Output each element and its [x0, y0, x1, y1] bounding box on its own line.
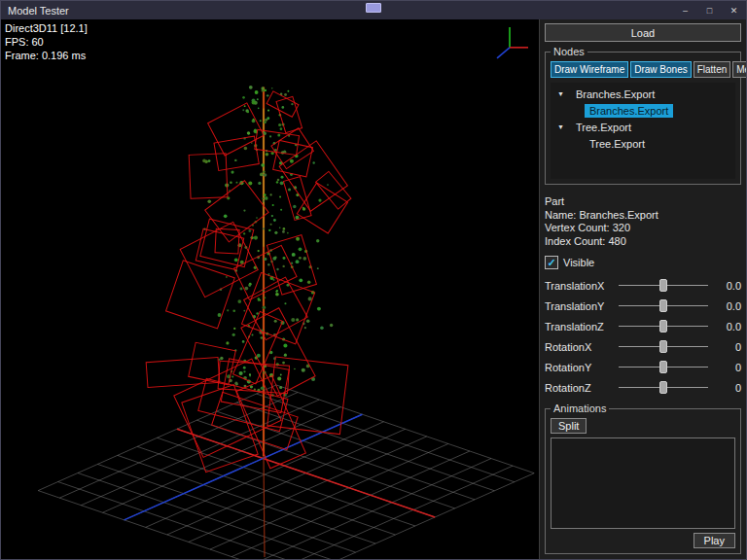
translation-z-label: TranslationZ — [545, 321, 613, 332]
rotation-y-slider[interactable] — [619, 361, 708, 373]
rotation-x-value: 0 — [714, 341, 741, 353]
nodes-toolbar: Draw Wireframe Draw Bones Flatten Merge — [551, 61, 735, 78]
visible-checkbox-label: Visible — [563, 257, 594, 268]
main-area: Direct3D11 [12.1] FPS: 60 Frame: 0.196 m… — [1, 19, 746, 559]
model-tester-window: Model Tester – □ ✕ Direct3D11 [12.1] FPS… — [0, 0, 747, 560]
chevron-down-icon[interactable]: ▼ — [557, 123, 567, 130]
split-button[interactable]: Split — [551, 418, 587, 434]
tree-node-label[interactable]: Branches.Export — [571, 88, 659, 101]
render-stats: Direct3D11 [12.1] FPS: 60 Frame: 0.196 m… — [5, 21, 88, 62]
rotation-z-slider[interactable] — [619, 381, 708, 394]
window-title: Model Tester — [1, 5, 69, 17]
visible-checkbox[interactable]: ✓ — [545, 256, 558, 269]
slider-thumb[interactable] — [659, 279, 667, 292]
rotation-x-slider[interactable] — [619, 340, 708, 353]
3d-scene-render — [1, 19, 539, 559]
titlebar-buttons: – □ ✕ — [673, 1, 746, 19]
slider-thumb[interactable] — [659, 381, 667, 394]
translation-y-row: TranslationY 0.0 — [545, 296, 741, 316]
part-section-title: Part — [545, 195, 741, 209]
close-button[interactable]: ✕ — [722, 1, 746, 19]
part-name: Name: Branches.Export — [545, 209, 741, 223]
part-index-count: Index Count: 480 — [545, 235, 741, 249]
draw-bones-button[interactable]: Draw Bones — [630, 61, 691, 78]
slider-thumb[interactable] — [659, 340, 667, 353]
translation-x-label: TranslationX — [545, 280, 613, 292]
tree-node-tree-export-child[interactable]: Tree.Export — [551, 135, 735, 152]
animations-listbox[interactable] — [551, 438, 735, 529]
translation-y-label: TranslationY — [545, 300, 613, 312]
translation-y-value: 0.0 — [714, 300, 741, 312]
play-row: Play — [551, 533, 735, 548]
translation-z-slider[interactable] — [619, 320, 708, 332]
titlebar[interactable]: Model Tester – □ ✕ — [1, 1, 746, 19]
fps-label: FPS: 60 — [5, 35, 88, 49]
maximize-button[interactable]: □ — [697, 1, 722, 19]
rotation-x-label: RotationX — [545, 341, 613, 353]
chevron-down-icon[interactable]: ▼ — [557, 90, 567, 97]
app-badge-icon — [366, 3, 381, 13]
rotation-y-label: RotationY — [545, 362, 613, 373]
rotation-y-value: 0 — [714, 362, 741, 373]
part-vertex-count: Vertex Count: 320 — [545, 222, 741, 235]
tree-node-tree-export[interactable]: ▼ Tree.Export — [551, 119, 735, 135]
translation-x-slider[interactable] — [619, 279, 708, 292]
load-button[interactable]: Load — [545, 23, 741, 42]
translation-z-row: TranslationZ 0.0 — [545, 316, 741, 336]
rotation-z-row: RotationZ 0 — [545, 377, 741, 398]
minimize-button[interactable]: – — [673, 1, 697, 19]
slider-thumb[interactable] — [659, 361, 667, 373]
animations-groupbox: Animations Split Play — [545, 408, 741, 554]
nodes-group-title: Nodes — [551, 46, 587, 57]
flatten-button[interactable]: Flatten — [694, 61, 731, 78]
translation-x-row: TranslationX 0.0 — [545, 275, 741, 296]
draw-wireframe-button[interactable]: Draw Wireframe — [551, 61, 628, 78]
node-treeview[interactable]: ▼ Branches.Export Branches.Export ▼ Tree… — [551, 83, 735, 179]
tree-node-label[interactable]: Tree.Export — [571, 121, 636, 134]
tree-node-label[interactable]: Tree.Export — [585, 137, 650, 151]
part-section: Part Name: Branches.Export Vertex Count:… — [545, 195, 741, 398]
rotation-y-row: RotationY 0 — [545, 357, 741, 377]
nodes-groupbox: Nodes Draw Wireframe Draw Bones Flatten … — [545, 52, 741, 185]
renderer-label: Direct3D11 [12.1] — [5, 21, 88, 35]
slider-thumb[interactable] — [659, 320, 667, 332]
tree-node-branches-export-child[interactable]: Branches.Export — [551, 102, 735, 119]
animations-group-title: Animations — [551, 402, 609, 414]
control-panel: Load Nodes Draw Wireframe Draw Bones Fla… — [539, 19, 746, 559]
tree-node-label-selected[interactable]: Branches.Export — [585, 104, 673, 118]
rotation-x-row: RotationX 0 — [545, 336, 741, 357]
visible-checkbox-row[interactable]: ✓ Visible — [545, 256, 741, 269]
translation-x-value: 0.0 — [714, 280, 741, 292]
3d-viewport[interactable]: Direct3D11 [12.1] FPS: 60 Frame: 0.196 m… — [1, 19, 539, 559]
frame-time-label: Frame: 0.196 ms — [5, 49, 88, 62]
slider-thumb[interactable] — [659, 299, 667, 312]
merge-button[interactable]: Merge — [732, 61, 747, 78]
play-button[interactable]: Play — [694, 533, 735, 548]
tree-node-branches-export[interactable]: ▼ Branches.Export — [551, 86, 735, 102]
translation-z-value: 0.0 — [714, 321, 741, 332]
rotation-z-value: 0 — [714, 382, 741, 394]
rotation-z-label: RotationZ — [545, 382, 613, 394]
translation-y-slider[interactable] — [619, 299, 708, 312]
